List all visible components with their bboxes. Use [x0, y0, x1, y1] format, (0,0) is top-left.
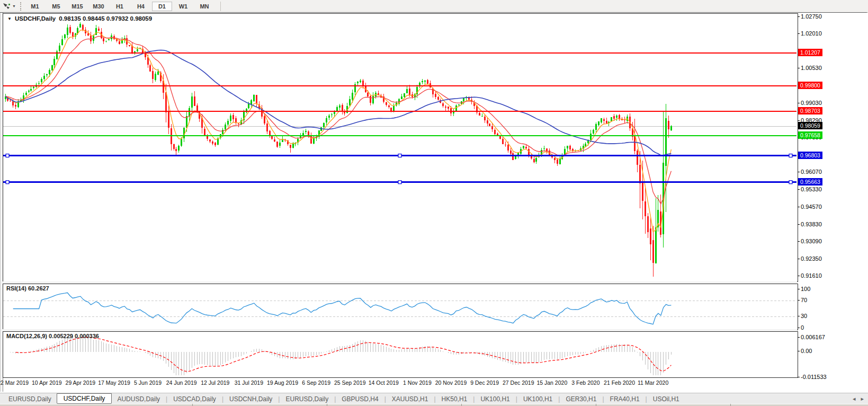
timeframe-button-M1[interactable]: M1	[25, 2, 45, 11]
chart-title[interactable]: ▼ USDCHF,Daily 0.98135 0.98445 0.97932 0…	[7, 15, 152, 22]
price-axis-tick	[798, 33, 800, 34]
tab-divider: |	[473, 395, 475, 403]
tab-divider: |	[166, 395, 167, 403]
hline-price-badge[interactable]: 0.95663	[798, 178, 822, 186]
price-axis-label: 0.91610	[801, 272, 822, 279]
rsi-axis-tick	[798, 300, 800, 301]
symbol-tab-usoil-h1[interactable]: USOil,H1	[648, 394, 685, 404]
hline-price-badge[interactable]: 1.01207	[798, 49, 822, 56]
price-axis-tick	[798, 189, 800, 190]
symbol-tab-eurusd-daily[interactable]: EURUSD,Daily	[3, 394, 57, 404]
symbol-tab-uk100-h1[interactable]: UK100,H1	[518, 394, 558, 404]
price-axis-tick	[798, 276, 800, 276]
symbol-tab-gbpusd-h4[interactable]: GBPUSD,H4	[336, 394, 383, 404]
symbol-tab-xauusd-h1[interactable]: XAUUSD,H1	[387, 394, 434, 404]
status-strip	[0, 404, 868, 406]
tab-divider: |	[434, 395, 435, 403]
tab-prev-icon[interactable]: ◂	[853, 395, 856, 402]
chart-cursor-icon-glyph	[3, 2, 11, 11]
price-axis-tick	[798, 241, 800, 242]
timeframe-button-MN[interactable]: MN	[194, 2, 214, 11]
timeframe-button-M5[interactable]: M5	[46, 2, 66, 11]
hline-price-badge[interactable]: 0.98703	[798, 107, 822, 114]
rsi-axis-tick	[798, 289, 800, 289]
hline-price-badge[interactable]: 0.99800	[798, 82, 822, 89]
rsi-axis-tick	[798, 316, 800, 316]
timeframe-button-M30[interactable]: M30	[88, 2, 109, 11]
main-price-pane[interactable]	[3, 13, 798, 282]
chart-cursor-dropdown-icon[interactable]: ▼	[12, 4, 16, 8]
macd-axis-label: 0.00	[801, 348, 812, 354]
price-axis-tick	[798, 172, 800, 172]
time-axis-label: 11 Mar 2020	[630, 379, 676, 386]
price-axis-label: 0.96070	[801, 169, 822, 175]
price-axis-label: 1.02750	[801, 13, 822, 20]
chart-symbol-label: USDCHF,Daily	[15, 15, 56, 22]
macd-axis-label: -0.011533	[801, 374, 827, 380]
hline-price-badge[interactable]: 0.97658	[798, 131, 822, 139]
symbol-tab-audusd-daily[interactable]: AUDUSD,Daily	[112, 394, 165, 404]
hline-price-badge[interactable]: 0.96803	[798, 152, 822, 159]
candlestick-chart[interactable]	[3, 14, 797, 280]
toolbar-grip[interactable]	[20, 2, 21, 11]
price-axis-tick	[798, 207, 800, 207]
rsi-chart	[3, 284, 797, 329]
price-axis-label: 0.94570	[801, 204, 822, 210]
price-axis-label: 0.95330	[801, 186, 822, 192]
current-price-badge: 0.98059	[798, 122, 822, 129]
status-strip-notch	[596, 404, 596, 406]
top-toolbar: ▼ M1M5M15M30H1H4D1W1MN	[0, 0, 868, 13]
tab-divider: |	[516, 395, 517, 403]
rsi-axis-label: 0	[801, 324, 804, 331]
tab-next-icon[interactable]: ▸	[861, 395, 864, 402]
symbol-tab-uk100-h1[interactable]: UK100,H1	[475, 394, 515, 404]
rsi-label-row: RSI(14) 60.2627	[6, 285, 49, 292]
price-axis-label: 0.99030	[801, 100, 822, 106]
symbol-tab-usdcnh-daily[interactable]: USDCNH,Daily	[224, 394, 278, 404]
price-axis-tick	[798, 259, 800, 259]
status-strip-notch	[192, 404, 193, 406]
symbol-tab-hk50-h1[interactable]: HK50,H1	[436, 394, 473, 404]
tab-divider: |	[602, 395, 604, 403]
status-strip-notch	[327, 404, 327, 406]
timeframe-button-W1[interactable]: W1	[173, 2, 193, 11]
price-axis-tick	[798, 68, 800, 68]
macd-axis-tick	[798, 351, 800, 351]
timeframe-button-H4[interactable]: H4	[131, 2, 151, 11]
tab-divider: |	[222, 395, 223, 403]
symbol-tabs: EURUSD,DailyUSDCHF,DailyAUDUSD,Daily|USD…	[3, 394, 685, 404]
rsi-axis-label: 30	[801, 313, 807, 319]
timeframe-button-D1[interactable]: D1	[152, 2, 172, 11]
status-strip-notch	[461, 404, 462, 406]
symbol-tab-usdchf-daily[interactable]: USDCHF,Daily	[57, 393, 112, 404]
macd-label: MACD(12,26,9)	[6, 333, 47, 339]
macd-axis-tick	[798, 337, 800, 338]
tab-divider: |	[646, 395, 647, 403]
rsi-label: RSI(14)	[6, 285, 26, 292]
tab-divider: |	[384, 395, 386, 403]
symbol-tab-usdcad-daily[interactable]: USDCAD,Daily	[168, 394, 221, 404]
collapse-triangle-icon[interactable]: ▼	[7, 16, 12, 21]
timeframe-button-M15[interactable]: M15	[67, 2, 87, 11]
tab-divider: |	[558, 395, 560, 403]
macd-pane[interactable]	[3, 331, 798, 378]
chart-cursor-icon[interactable]	[2, 2, 12, 11]
macd-label-row: MACD(12,26,9) 0.005229 0.000336	[6, 333, 99, 339]
symbol-tab-fra40-h1[interactable]: FRA40,H1	[605, 394, 645, 404]
rsi-value: 60.2627	[28, 285, 49, 292]
symbol-tab-ger30-h1[interactable]: GER30,H1	[560, 394, 602, 404]
rsi-pane[interactable]	[3, 284, 798, 330]
tab-navigation: ◂ ▸	[853, 395, 864, 402]
timeframe-button-H1[interactable]: H1	[110, 2, 130, 11]
chart-ohlc-values: 0.98135 0.98445 0.97932 0.98059	[59, 15, 152, 22]
tab-divider: |	[334, 395, 336, 403]
price-axis-label: 1.02010	[801, 30, 822, 37]
rsi-axis-label: 70	[801, 297, 807, 303]
symbol-tab-eurusd-daily[interactable]: EURUSD,Daily	[280, 394, 334, 404]
symbol-tabbar: EURUSD,DailyUSDCHF,DailyAUDUSD,Daily|USD…	[0, 393, 868, 404]
macd-values: 0.005229 0.000336	[49, 333, 99, 339]
price-axis-tick	[798, 224, 800, 225]
rsi-axis-label: 100	[801, 286, 810, 292]
macd-axis-label: 0.006167	[801, 334, 825, 340]
toolbar-separator	[220, 2, 221, 11]
